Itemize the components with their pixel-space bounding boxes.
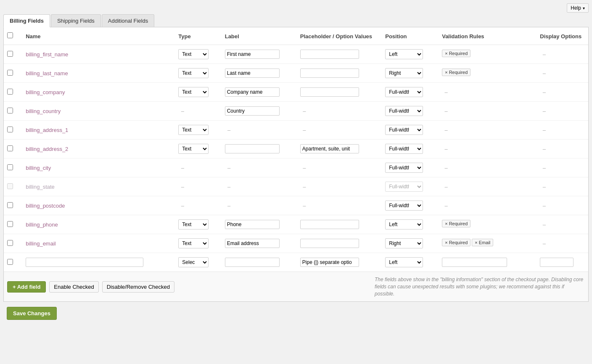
type-select-new_field[interactable]: TextSelectTextareaCheckboxRadioHidden bbox=[178, 257, 209, 267]
validation-dash-billing_city: – bbox=[442, 165, 450, 171]
validation-tag-billing_email[interactable]: × Email bbox=[472, 239, 493, 246]
fields-table: Name Type Label Placeholder / Option Val… bbox=[4, 27, 588, 272]
table-row: billing_address_1TextSelectTextareaCheck… bbox=[4, 121, 588, 140]
col-header-label: Label bbox=[225, 33, 239, 40]
type-select-billing_address_2[interactable]: TextSelectTextareaCheckboxRadioHidden bbox=[178, 144, 209, 154]
position-select-billing_company[interactable]: LeftRightFull-width bbox=[385, 87, 423, 97]
tab-additional-fields[interactable]: Additional Fields bbox=[102, 14, 154, 27]
row-checkbox-billing_address_1[interactable] bbox=[7, 127, 13, 132]
display-dash-billing_state: – bbox=[540, 184, 548, 190]
new-field-validation-input[interactable] bbox=[442, 258, 507, 267]
position-select-billing_phone[interactable]: LeftRightFull-width bbox=[385, 219, 423, 229]
field-name-billing_address_1: billing_address_1 bbox=[26, 127, 68, 133]
row-checkbox-billing_first_name[interactable] bbox=[7, 51, 13, 57]
tabs-wrapper: Billing Fields Shipping Fields Additiona… bbox=[3, 14, 589, 27]
row-checkbox-billing_postcode[interactable] bbox=[7, 202, 13, 208]
label-input-billing_company[interactable] bbox=[225, 87, 280, 97]
position-select-billing_city[interactable]: LeftRightFull-width bbox=[385, 163, 423, 173]
placeholder-input-new_field[interactable] bbox=[300, 258, 359, 267]
validation-tag-billing_phone[interactable]: × Required bbox=[442, 220, 470, 227]
col-header-type: Type bbox=[178, 33, 190, 40]
type-dash-billing_city: – bbox=[178, 165, 187, 171]
row-checkbox-billing_city[interactable] bbox=[7, 164, 13, 170]
placeholder-input-billing_phone[interactable] bbox=[300, 220, 359, 229]
validation-tag-billing_email[interactable]: × Required bbox=[442, 239, 470, 246]
type-select-billing_first_name[interactable]: TextSelectTextareaCheckboxRadioHidden bbox=[178, 49, 209, 59]
field-name-billing_city: billing_city bbox=[26, 165, 51, 171]
type-select-billing_email[interactable]: TextSelectTextareaCheckboxRadioHidden bbox=[178, 238, 209, 248]
field-name-billing_first_name: billing_first_name bbox=[26, 51, 68, 58]
help-button[interactable]: Help ▾ bbox=[567, 3, 589, 13]
display-dash-billing_email: – bbox=[540, 240, 548, 247]
col-header-position: Position bbox=[385, 33, 407, 40]
field-name-billing_state: billing_state bbox=[26, 184, 55, 190]
placeholder-dash-billing_address_1: – bbox=[300, 127, 309, 133]
label-input-billing_last_name[interactable] bbox=[225, 69, 280, 78]
position-select-billing_state[interactable]: LeftRightFull-width bbox=[385, 182, 423, 192]
position-select-billing_postcode[interactable]: LeftRightFull-width bbox=[385, 200, 423, 211]
label-input-new_field[interactable] bbox=[225, 258, 280, 267]
new-field-name-input[interactable] bbox=[26, 258, 143, 267]
table-row: billing_postcode–––LeftRightFull-width–– bbox=[4, 196, 588, 215]
label-input-billing_first_name[interactable] bbox=[225, 50, 280, 59]
label-dash-billing_postcode: – bbox=[225, 203, 233, 209]
validation-dash-billing_address_2: – bbox=[442, 146, 450, 152]
field-name-billing_last_name: billing_last_name bbox=[26, 70, 68, 76]
row-checkbox-billing_state[interactable] bbox=[7, 183, 13, 189]
save-changes-button[interactable]: Save Changes bbox=[7, 307, 57, 320]
label-input-billing_country[interactable] bbox=[225, 106, 280, 116]
col-header-validation: Validation Rules bbox=[442, 33, 484, 40]
position-select-billing_email[interactable]: LeftRightFull-width bbox=[385, 238, 423, 248]
enable-checked-button[interactable]: Enable Checked bbox=[49, 281, 98, 293]
placeholder-input-billing_first_name[interactable] bbox=[300, 50, 359, 59]
type-select-billing_address_1[interactable]: TextSelectTextareaCheckboxRadioHidden bbox=[178, 125, 209, 135]
field-name-billing_company: billing_company bbox=[26, 89, 65, 95]
row-checkbox-billing_address_2[interactable] bbox=[7, 145, 13, 151]
row-checkbox-billing_phone[interactable] bbox=[7, 221, 13, 227]
validation-dash-billing_postcode: – bbox=[442, 203, 450, 209]
display-dash-billing_city: – bbox=[540, 165, 548, 171]
label-input-billing_address_2[interactable] bbox=[225, 144, 280, 153]
position-select-billing_address_1[interactable]: LeftRightFull-width bbox=[385, 125, 423, 135]
position-select-billing_last_name[interactable]: LeftRightFull-width bbox=[385, 68, 423, 78]
row-checkbox-billing_company[interactable] bbox=[7, 89, 13, 95]
placeholder-input-billing_email[interactable] bbox=[300, 239, 359, 248]
table-row: billing_country––LeftRightFull-width–– bbox=[4, 102, 588, 121]
position-select-billing_first_name[interactable]: LeftRightFull-width bbox=[385, 49, 423, 59]
display-dash-billing_phone: – bbox=[540, 222, 548, 228]
table-row: billing_emailTextSelectTextareaCheckboxR… bbox=[4, 234, 588, 253]
label-input-billing_email[interactable] bbox=[225, 239, 280, 248]
row-checkbox-billing_country[interactable] bbox=[7, 108, 13, 113]
validation-dash-billing_state: – bbox=[442, 184, 450, 190]
row-checkbox-billing_last_name[interactable] bbox=[7, 70, 13, 76]
type-select-billing_company[interactable]: TextSelectTextareaCheckboxRadioHidden bbox=[178, 87, 209, 97]
display-dash-billing_address_1: – bbox=[540, 127, 548, 133]
placeholder-input-billing_address_2[interactable] bbox=[300, 144, 359, 153]
tab-billing-fields[interactable]: Billing Fields bbox=[3, 14, 50, 27]
position-select-billing_address_2[interactable]: LeftRightFull-width bbox=[385, 144, 423, 154]
placeholder-input-billing_company[interactable] bbox=[300, 87, 359, 97]
placeholder-input-billing_last_name[interactable] bbox=[300, 69, 359, 78]
new-field-display-input[interactable] bbox=[540, 258, 574, 267]
validation-tag-billing_first_name[interactable]: × Required bbox=[442, 50, 470, 57]
validation-tag-billing_last_name[interactable]: × Required bbox=[442, 69, 470, 76]
table-row: billing_first_nameTextSelectTextareaChec… bbox=[4, 45, 588, 64]
tab-shipping-fields[interactable]: Shipping Fields bbox=[51, 14, 101, 27]
position-select-billing_country[interactable]: LeftRightFull-width bbox=[385, 106, 423, 116]
row-checkbox-billing_email[interactable] bbox=[7, 240, 13, 246]
field-name-billing_country: billing_country bbox=[26, 108, 61, 114]
label-input-billing_phone[interactable] bbox=[225, 220, 280, 229]
type-select-billing_phone[interactable]: TextSelectTextareaCheckboxRadioHidden bbox=[178, 219, 209, 229]
select-all-checkbox[interactable] bbox=[7, 32, 13, 38]
display-dash-billing_company: – bbox=[540, 89, 548, 95]
type-select-billing_last_name[interactable]: TextSelectTextareaCheckboxRadioHidden bbox=[178, 68, 209, 78]
disable-remove-checked-button[interactable]: Disable/Remove Checked bbox=[102, 281, 174, 293]
type-dash-billing_postcode: – bbox=[178, 203, 187, 209]
row-checkbox-new_field[interactable] bbox=[7, 259, 13, 265]
add-field-button[interactable]: + Add field bbox=[7, 281, 46, 293]
position-select-new_field[interactable]: LeftRightFull-width bbox=[385, 257, 423, 267]
chevron-down-icon: ▾ bbox=[583, 6, 585, 11]
field-name-billing_address_2: billing_address_2 bbox=[26, 146, 68, 152]
validation-dash-billing_country: – bbox=[442, 108, 450, 114]
notice-text: The fields above show in the "billing in… bbox=[375, 276, 585, 297]
